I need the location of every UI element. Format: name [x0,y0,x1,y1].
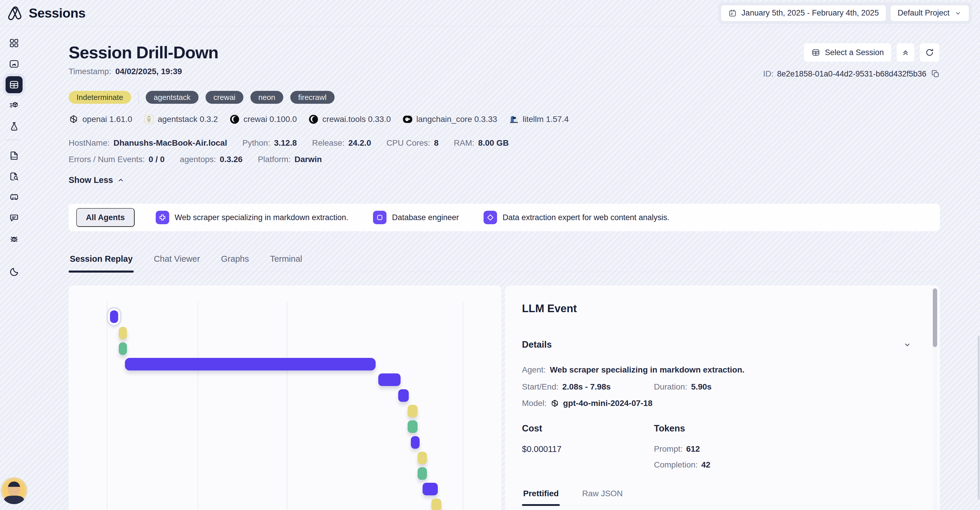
collapse-button[interactable] [896,43,915,62]
sidebar-divider [6,140,19,140]
package-item: agentstack 0.3.2 [144,114,218,124]
replay-event-bar[interactable] [398,389,409,402]
session-tag: crewai [205,91,243,104]
package-item: langchain_core 0.3.33 [402,114,497,124]
replay-event-bar[interactable] [431,499,441,510]
topbar-controls: January 5th, 2025 - February 4th, 2025 D… [718,2,972,24]
completion-tokens-label: Completion: [654,460,698,470]
bug-icon [9,234,19,244]
session-stat-item: Platform:Darwin [258,155,322,164]
tab-session-replay[interactable]: Session Replay [68,254,134,272]
replay-event-bar-selected[interactable] [110,310,118,323]
panel-scrollbar-thumb[interactable] [933,288,937,347]
package-name-version: crewai.tools 0.33.0 [322,114,391,124]
chart-gridline [463,302,463,510]
refresh-button[interactable] [919,43,940,62]
nav-feedback[interactable] [6,210,22,227]
event-view-tabs: PrettifiedRaw JSON [522,489,912,505]
package-item: litellm 1.57.4 [509,114,569,124]
chevron-up-icon [117,176,125,184]
copy-icon [931,70,940,78]
tab-chat-viewer[interactable]: Chat Viewer [153,254,201,272]
avatar-body [4,496,24,504]
nav-docs[interactable]: DOC [6,147,22,164]
panel-scrollbar[interactable] [933,288,937,510]
top-bar: Sessions January 5th, 2025 - February 4t… [0,0,980,26]
session-tag: firecrawl [290,91,334,104]
session-replay-chart[interactable] [68,286,501,510]
replay-event-bar[interactable] [125,358,375,370]
crewai-logo-icon [309,114,318,124]
filesearch-icon [9,171,19,182]
project-select-label: Default Project [897,8,950,17]
tab-terminal[interactable]: Terminal [269,254,304,272]
litellm-logo-icon [509,114,519,124]
details-collapse-button[interactable] [903,340,912,349]
replay-event-bar[interactable] [423,483,438,495]
chart-gridline [107,302,107,510]
start-end-label: Start/End: [522,382,558,392]
dark-mode-toggle[interactable] [6,264,22,281]
session-id-value: 8e2e1858-01a0-44d2-9531-b68d432f5b36 [777,70,926,79]
package-name-version: litellm 1.57.4 [523,114,569,124]
select-session-button[interactable]: Select a Session [803,43,892,62]
details-section-label: Details [522,339,552,350]
nav-overview[interactable] [6,56,22,72]
cost-header: Cost [522,423,654,434]
agent-filter-item[interactable]: Web scraper specializing in markdown ext… [156,211,348,224]
nav-report-bug[interactable] [6,230,22,247]
calendar-icon [728,9,737,17]
duration-value: 5.90s [691,382,712,392]
project-select[interactable]: Default Project [890,5,969,21]
package-versions-row: openai 1.61.0agentstack 0.3.2crewai 0.10… [68,114,940,124]
package-name-version: agentstack 0.3.2 [158,114,218,124]
replay-event-bar[interactable] [119,327,127,339]
nav-sessions[interactable] [6,76,22,93]
date-range-picker[interactable]: January 5th, 2025 - February 4th, 2025 [721,5,886,21]
prompt-tokens-label: Prompt: [654,444,682,454]
tab-graphs[interactable]: Graphs [220,254,250,272]
replay-event-bar[interactable] [418,452,427,464]
all-agents-chip[interactable]: All Agents [76,208,135,227]
agent-filter-item[interactable]: Database engineer [373,211,459,224]
main-tabs: Session ReplayChat ViewerGraphsTerminal [68,254,940,272]
replay-event-bar[interactable] [418,467,427,480]
doc-icon: DOC [9,150,19,161]
tokens-header: Tokens [654,423,711,434]
status-badge: Indeterminate [68,91,131,104]
agents-bar: All Agents Web scraper specializing in m… [68,204,940,231]
chat-icon [9,213,19,223]
replay-event-bar[interactable] [411,436,420,449]
show-less-button[interactable]: Show Less [68,175,125,185]
window-scrollbar[interactable] [978,335,980,500]
nav-dashboard[interactable] [6,35,22,52]
date-range-label: January 5th, 2025 - February 4th, 2025 [741,8,879,17]
nav-evaluations[interactable] [6,118,22,135]
event-tab-prettified[interactable]: Prettified [522,489,560,505]
session-stat-item: Errors / Num Events:0 / 0 [68,155,164,164]
session-tag: neon [250,91,283,104]
nav-logs[interactable] [6,168,22,185]
session-stats-row: Errors / Num Events:0 / 0agentops:0.3.26… [68,155,940,164]
user-avatar[interactable] [1,477,27,504]
tag-divider [138,91,139,103]
agent-filter-item[interactable]: Data extraction expert for web content a… [484,211,670,224]
session-id-label: ID: [763,69,773,79]
nav-deployments[interactable] [6,97,22,114]
openai-icon [550,399,560,408]
replay-event-bar[interactable] [378,373,401,386]
page-title: Session Drill-Down [68,43,218,62]
nav-discord[interactable] [6,189,22,206]
replay-event-bar[interactable] [119,342,127,355]
gauge-icon [9,59,19,69]
replay-event-bar[interactable] [407,420,418,433]
openai-logo-icon [68,114,79,124]
copy-id-button[interactable] [931,70,940,78]
replay-event-bar[interactable] [407,405,418,417]
duration-label: Duration: [654,382,687,392]
agent-identicon [484,211,497,224]
event-tab-raw-json[interactable]: Raw JSON [581,489,624,505]
app-title: Sessions [29,6,86,21]
package-item: crewai.tools 0.33.0 [309,114,391,124]
completion-tokens-value: 42 [701,460,710,470]
